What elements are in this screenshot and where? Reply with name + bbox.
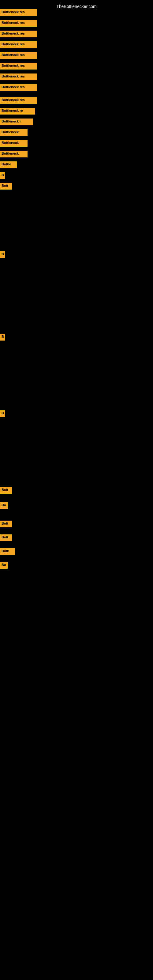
bottleneck-item[interactable]: Bottleneck (0, 151, 27, 158)
bottleneck-item[interactable]: Bottle (0, 161, 17, 168)
bottleneck-item[interactable]: B (0, 251, 5, 258)
bottleneck-item[interactable]: B (0, 410, 5, 417)
bottleneck-item[interactable]: B (0, 172, 5, 179)
bottleneck-item[interactable]: Bott (0, 487, 12, 494)
bottleneck-item[interactable]: Bottleneck r (0, 119, 33, 125)
bottleneck-item[interactable]: Bottleneck res (0, 30, 37, 37)
bottleneck-item[interactable]: Bottleneck res (0, 41, 37, 48)
bottleneck-item[interactable]: Bott (0, 520, 12, 527)
bottleneck-item[interactable]: Bottleneck res (0, 84, 37, 91)
bottleneck-item[interactable]: Bott (0, 535, 12, 541)
bottleneck-item[interactable]: B (0, 334, 5, 340)
bottleneck-item[interactable]: Bo (0, 502, 8, 509)
bottleneck-item[interactable]: Bo (0, 562, 8, 569)
bottleneck-item[interactable]: Bottleneck res (0, 63, 37, 70)
bottleneck-item[interactable]: Bottleneck res (0, 9, 37, 16)
bottleneck-item[interactable]: Bottleneck (0, 129, 27, 136)
bottleneck-item[interactable]: Bottleneck res (0, 52, 37, 59)
bottleneck-item[interactable]: Bottleneck res (0, 20, 37, 27)
bottleneck-item[interactable]: Bottleneck re (0, 108, 35, 115)
bottleneck-item[interactable]: Bottleneck res (0, 73, 37, 80)
bottleneck-item[interactable]: Bottl (0, 548, 15, 555)
bottleneck-item[interactable]: Bott (0, 183, 12, 189)
bottleneck-item[interactable]: Bottleneck (0, 140, 27, 147)
bottleneck-item[interactable]: Bottleneck res (0, 97, 37, 104)
